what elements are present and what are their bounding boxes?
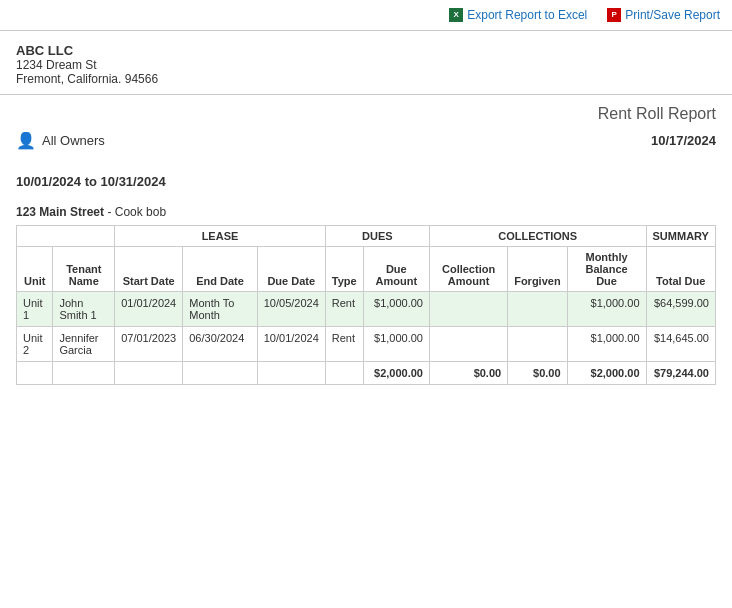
cell-forgiven [508,292,567,327]
col-total-due: Total Due [646,247,715,292]
totals-empty-cell [115,362,183,385]
col-header-row: Unit Tenant Name Start Date End Date Due… [17,247,716,292]
date-range-section: 10/01/2024 to 10/31/2024 [0,158,732,197]
cell-start-date: 07/01/2023 [115,327,183,362]
report-title-section: Rent Roll Report [0,94,732,127]
col-collection-amount: Collection Amount [429,247,507,292]
cell-end-date: Month To Month [183,292,257,327]
cell-unit: Unit 2 [17,327,53,362]
report-date: 10/17/2024 [651,133,716,148]
totals-collection-amount: $0.00 [429,362,507,385]
cell-end-date: 06/30/2024 [183,327,257,362]
rent-roll-table: LEASE DUES COLLECTIONS SUMMARY Unit Tena… [16,225,716,385]
totals-monthly-balance-due: $2,000.00 [567,362,646,385]
col-due-date: Due Date [257,247,325,292]
totals-empty-cell [325,362,363,385]
cell-unit: Unit 1 [17,292,53,327]
col-due-amount: Due Amount [363,247,429,292]
export-excel-link[interactable]: X Export Report to Excel [449,8,587,22]
lease-group-header: LEASE [115,226,326,247]
totals-total-due: $79,244.00 [646,362,715,385]
dues-group-header: DUES [325,226,429,247]
cell-type: Rent [325,292,363,327]
totals-empty-cell [53,362,115,385]
owners-row: 👤 All Owners 10/17/2024 [0,127,732,158]
cell-collection-amount [429,292,507,327]
excel-icon: X [449,8,463,22]
cell-type: Rent [325,327,363,362]
col-tenant-name: Tenant Name [53,247,115,292]
totals-due-amount: $2,000.00 [363,362,429,385]
col-forgiven: Forgiven [508,247,567,292]
cell-due-date: 10/05/2024 [257,292,325,327]
owners-label: All Owners [42,133,105,148]
summary-group-header: SUMMARY [646,226,715,247]
totals-forgiven: $0.00 [508,362,567,385]
owners-left: 👤 All Owners [16,131,105,150]
group-header-row: LEASE DUES COLLECTIONS SUMMARY [17,226,716,247]
pdf-icon: P [607,8,621,22]
cell-total-due: $64,599.00 [646,292,715,327]
empty-group-header [17,226,115,247]
export-excel-label: Export Report to Excel [467,8,587,22]
totals-empty-cell [17,362,53,385]
collections-group-header: COLLECTIONS [429,226,646,247]
totals-empty-cell [257,362,325,385]
company-address1: 1234 Dream St [16,58,716,72]
cell-total-due: $14,645.00 [646,327,715,362]
cell-due-date: 10/01/2024 [257,327,325,362]
print-save-link[interactable]: P Print/Save Report [607,8,720,22]
table-row: Unit 1John Smith 101/01/2024Month To Mon… [17,292,716,327]
date-range: 10/01/2024 to 10/31/2024 [16,174,716,189]
property-name: 123 Main Street - Cook bob [16,205,716,219]
col-start-date: Start Date [115,247,183,292]
cell-tenant-name: John Smith 1 [53,292,115,327]
report-title: Rent Roll Report [598,105,716,122]
col-unit: Unit [17,247,53,292]
owners-icon: 👤 [16,131,36,150]
table-row: Unit 2Jennifer Garcia07/01/202306/30/202… [17,327,716,362]
cell-monthly-balance-due: $1,000.00 [567,292,646,327]
col-monthly-balance-due: Monthly Balance Due [567,247,646,292]
cell-monthly-balance-due: $1,000.00 [567,327,646,362]
cell-tenant-name: Jennifer Garcia [53,327,115,362]
cell-start-date: 01/01/2024 [115,292,183,327]
toolbar: X Export Report to Excel P Print/Save Re… [0,0,732,31]
cell-collection-amount [429,327,507,362]
cell-due-amount: $1,000.00 [363,292,429,327]
col-type: Type [325,247,363,292]
company-address2: Fremont, California. 94566 [16,72,716,86]
property-section: 123 Main Street - Cook bob LEASE DUES CO… [0,197,732,393]
company-name: ABC LLC [16,43,716,58]
col-end-date: End Date [183,247,257,292]
totals-row: $2,000.00$0.00$0.00$2,000.00$79,244.00 [17,362,716,385]
cell-forgiven [508,327,567,362]
company-info: ABC LLC 1234 Dream St Fremont, Californi… [0,31,732,94]
totals-empty-cell [183,362,257,385]
print-save-label: Print/Save Report [625,8,720,22]
cell-due-amount: $1,000.00 [363,327,429,362]
